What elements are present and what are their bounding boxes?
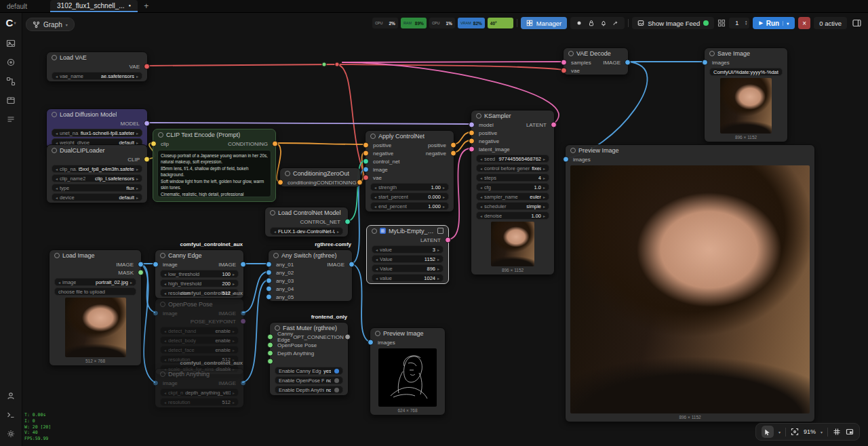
combo-right-arrow-icon[interactable]: ▸ xyxy=(136,186,138,190)
combo-right-arrow-icon[interactable]: ▸ xyxy=(233,400,235,405)
output-port-CONDITIONING[interactable] xyxy=(357,180,363,186)
combo-right-arrow-icon[interactable]: ▸ xyxy=(136,74,138,79)
node-title-bar[interactable]: OpenPose Pose xyxy=(155,299,243,309)
node-title-bar[interactable]: KSampler xyxy=(471,110,554,121)
combo-right-arrow-icon[interactable]: ▸ xyxy=(543,157,545,161)
widget-detect_face[interactable]: ◂detect_faceenable▸ xyxy=(160,346,239,354)
input-port-images[interactable] xyxy=(368,340,374,346)
collapse-dot-icon[interactable] xyxy=(160,371,165,377)
combo-right-arrow-icon[interactable]: ▸ xyxy=(543,185,545,190)
combo-right-arrow-icon[interactable]: ▸ xyxy=(337,229,339,234)
combo-right-arrow-icon[interactable]: ▸ xyxy=(543,176,545,180)
combo-right-arrow-icon[interactable]: ▸ xyxy=(543,204,545,209)
combo-left-arrow-icon[interactable]: ◂ xyxy=(376,257,378,262)
widget-type[interactable]: ◂typeflux▸ xyxy=(52,184,142,192)
tool-caret-icon[interactable]: ▾ xyxy=(778,430,781,434)
input-port-any_03[interactable] xyxy=(266,278,272,284)
output-port-LATENT[interactable] xyxy=(551,122,557,128)
node-conditioning-zero-out[interactable]: ConditioningZeroOutconditioningCONDITION… xyxy=(279,167,361,187)
widget-image[interactable]: ◂imageportrait_02.jpg▸ xyxy=(54,278,136,286)
minimap-icon[interactable] xyxy=(846,428,854,436)
output-port-VAE[interactable] xyxy=(144,64,150,70)
combo-right-arrow-icon[interactable]: ▸ xyxy=(136,176,138,181)
collapse-dot-icon[interactable] xyxy=(372,228,377,234)
output-port-MODEL[interactable] xyxy=(144,121,150,127)
combo-right-arrow-icon[interactable]: ▸ xyxy=(233,281,235,286)
output-port-CLIP[interactable] xyxy=(144,157,150,163)
collapse-dot-icon[interactable] xyxy=(52,148,57,153)
input-port-images[interactable] xyxy=(563,157,569,163)
node-title-bar[interactable]: Preview Image xyxy=(370,328,445,338)
input-port-images[interactable] xyxy=(702,60,708,66)
image-feed-icon[interactable] xyxy=(5,38,16,49)
share-icon[interactable] xyxy=(612,20,619,26)
collapse-dot-icon[interactable] xyxy=(54,253,60,258)
show-image-feed-button[interactable]: Show Image Feed xyxy=(632,17,714,29)
collapse-dot-icon[interactable] xyxy=(52,55,57,60)
collapse-dot-icon[interactable] xyxy=(160,253,165,258)
widget-end_percent[interactable]: ◂end_percent1.000▸ xyxy=(370,202,449,210)
node-title-bar[interactable]: DualCLIPLoader xyxy=(47,145,147,155)
widget-control before generate[interactable]: ◂control before generatefixed▸ xyxy=(476,164,549,172)
node-title-bar[interactable]: Load Image xyxy=(50,250,141,260)
combo-right-arrow-icon[interactable]: ▸ xyxy=(543,166,545,171)
manager-button[interactable]: Manager xyxy=(521,17,568,29)
output-port-IMAGE[interactable] xyxy=(240,310,246,317)
panel-toggle-button[interactable] xyxy=(850,17,863,29)
input-port-Canny Edge[interactable] xyxy=(267,334,273,340)
status-dot-icon[interactable] xyxy=(576,20,583,26)
combo-right-arrow-icon[interactable]: ▸ xyxy=(233,348,235,352)
output-port-IMAGE[interactable] xyxy=(625,60,631,66)
input-port-samples[interactable] xyxy=(561,60,567,66)
combo-left-arrow-icon[interactable]: ◂ xyxy=(56,186,58,190)
widget-value[interactable]: ◂value3▸ xyxy=(372,245,443,254)
node-apply-controlnet[interactable]: Apply ControlNetpositivepositivenegative… xyxy=(365,130,454,212)
collapse-dot-icon[interactable] xyxy=(476,113,481,119)
node-title-bar[interactable]: Load VAE xyxy=(47,52,147,62)
node-any-switch[interactable]: Any Switch (rgthree)any_01IMAGEany_02any… xyxy=(268,249,353,302)
widget-detect_hand[interactable]: ◂detect_handenable▸ xyxy=(160,327,239,335)
toggle-Enable OpenPose Pose[interactable]: Enable OpenPose Poseno xyxy=(275,376,343,384)
output-port-LATENT[interactable] xyxy=(445,237,451,243)
widget-start_percent[interactable]: ◂start_percent0.000▸ xyxy=(370,192,449,201)
widget-ckpt_n...[interactable]: ◂ckpt_n...depth_anything_vitl14.pth▸ xyxy=(160,388,239,397)
widget-Value[interactable]: ◂Value896▸ xyxy=(372,264,443,272)
input-port-conditioning[interactable] xyxy=(277,180,283,186)
node-title-bar[interactable]: Apply ControlNet xyxy=(366,131,454,141)
combo-right-arrow-icon[interactable]: ▸ xyxy=(136,195,138,200)
combo-right-arrow-icon[interactable]: ▸ xyxy=(437,266,439,271)
collapse-dot-icon[interactable] xyxy=(52,112,57,117)
collapse-dot-icon[interactable] xyxy=(370,134,376,139)
combo-left-arrow-icon[interactable]: ◂ xyxy=(56,74,58,79)
combo-left-arrow-icon[interactable]: ◂ xyxy=(480,195,482,199)
input-port-positive[interactable] xyxy=(363,142,369,148)
user-icon[interactable] xyxy=(5,390,16,401)
input-port-OpenPose Pose[interactable] xyxy=(267,342,273,348)
output-port-POSE_KEYPOINT[interactable] xyxy=(240,319,246,325)
combo-left-arrow-icon[interactable]: ◂ xyxy=(56,195,58,200)
active-jobs-badge[interactable]: 0 active xyxy=(814,17,847,29)
node-preview-image-small[interactable]: Preview Imageimages624 × 768 xyxy=(370,327,446,415)
input-port-Depth Anything[interactable] xyxy=(267,350,273,357)
package-icon[interactable] xyxy=(5,95,16,106)
widget-sampler_name[interactable]: ◂sampler_nameeuler▸ xyxy=(476,192,549,201)
combo-left-arrow-icon[interactable]: ◂ xyxy=(58,280,60,285)
node-mylib-empty-latent[interactable]: ⊞MyLib-Empty_Latent_select2LATENT◂value3… xyxy=(366,225,449,284)
widget-vae_name[interactable]: ◂vae_nameae.safetensors▸ xyxy=(52,72,142,80)
combo-left-arrow-icon[interactable]: ◂ xyxy=(56,131,58,136)
node-save-image[interactable]: Save ImageimagesComfyUI/%date:yyyy%-%dat… xyxy=(704,47,788,142)
run-button[interactable]: ▶ Run ▾ xyxy=(753,17,795,29)
node-title-bar[interactable]: Canny Edge xyxy=(155,250,243,260)
output-port-IMAGE[interactable] xyxy=(240,380,246,386)
grid-toggle-icon[interactable] xyxy=(833,428,841,436)
combo-left-arrow-icon[interactable]: ◂ xyxy=(376,247,378,252)
new-tab-button[interactable]: + xyxy=(138,0,155,12)
input-port-model[interactable] xyxy=(469,122,475,128)
combo-left-arrow-icon[interactable]: ◂ xyxy=(164,400,166,405)
input-port-positive[interactable] xyxy=(469,130,475,136)
widget-value[interactable]: ◂value1024▸ xyxy=(372,274,443,282)
combo-right-arrow-icon[interactable]: ▸ xyxy=(136,167,138,171)
fit-view-icon[interactable] xyxy=(791,428,799,436)
combo-left-arrow-icon[interactable]: ◂ xyxy=(376,276,378,281)
output-port-IMAGE[interactable] xyxy=(138,262,144,268)
